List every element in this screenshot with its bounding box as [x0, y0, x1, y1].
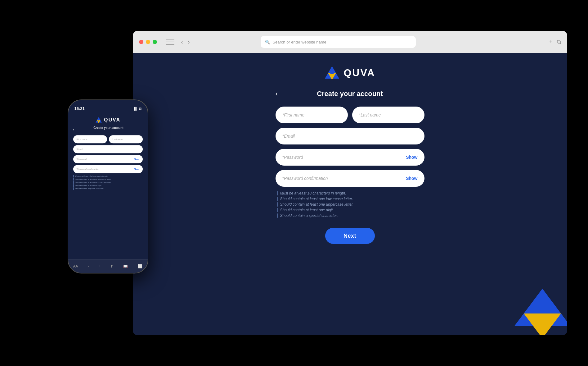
phone-form-header: ‹ Create your account [73, 126, 143, 133]
phone-email-placeholder: *Email [76, 148, 83, 150]
phone-time: 15:21 [74, 106, 85, 111]
password-input[interactable] [282, 155, 406, 160]
phone-logo-icon [95, 117, 102, 123]
back-arrow-button[interactable]: ‹ [276, 90, 278, 98]
first-name-input[interactable] [276, 107, 348, 123]
phone-status-bar: 15:21 ▐▌ ⊡ [68, 100, 148, 114]
password-rules: Must be at least 10 characters in length… [276, 191, 424, 219]
close-button[interactable] [139, 40, 143, 44]
phone-logo: QUVA [95, 117, 120, 123]
minimize-button[interactable] [146, 40, 150, 44]
next-button[interactable]: Next [325, 228, 375, 244]
address-bar-text: Search or enter website name [272, 40, 326, 44]
phone-password-confirm-input[interactable]: *Password confirmation Show [73, 165, 143, 173]
phone-password-placeholder: *Password [76, 158, 87, 160]
phone-form-title: Create your account [74, 126, 143, 130]
phone-bookmarks-btn[interactable]: 📖 [123, 264, 128, 268]
phone-password-input[interactable]: *Password Show [73, 155, 143, 163]
phone-first-name-placeholder: *First name [76, 138, 88, 140]
browser-actions: + ⧉ [549, 39, 561, 45]
phone-toolbar: AA ‹ › ⬆ 📖 ⬜ [68, 259, 148, 273]
phone-last-name-placeholder: *Last name [112, 138, 123, 140]
phone-tabs-btn[interactable]: ⬜ [138, 264, 142, 268]
phone-password-show[interactable]: Show [134, 158, 140, 160]
rule-uppercase: Should contain at least one uppercase le… [277, 202, 424, 207]
windows-button[interactable]: ⧉ [557, 39, 561, 45]
rule-bar [277, 191, 278, 195]
phone-share-btn[interactable]: ⬆ [110, 264, 113, 268]
browser-content: QUVA ‹ Create your account [133, 53, 567, 335]
phone-aa-label: AA [73, 264, 78, 268]
nav-arrows: ‹ › [179, 38, 192, 46]
logo-area: QUVA [324, 66, 375, 80]
rule-bar [277, 197, 278, 201]
password-confirm-input[interactable] [282, 176, 406, 181]
password-field-wrapper: Show [276, 149, 424, 166]
logo-icon [324, 66, 340, 80]
phone-password-rules: Must be at least 10 characters in length… [73, 175, 143, 190]
form-header: ‹ Create your account [276, 90, 424, 98]
password-confirm-show-button[interactable]: Show [406, 176, 417, 181]
phone-forward-btn[interactable]: › [99, 264, 100, 268]
phone-first-name-input[interactable]: *First name [73, 135, 107, 143]
phone-mockup: 15:21 ▐▌ ⊡ QUVA ‹ Creat [68, 99, 148, 273]
phone-last-name-input[interactable]: *Last name [109, 135, 143, 143]
search-icon: 🔍 [265, 40, 270, 44]
new-tab-button[interactable]: + [549, 39, 553, 45]
rule-bar [277, 202, 278, 207]
rule-bar [277, 213, 278, 218]
traffic-lights [139, 40, 157, 44]
browser-chrome: ‹ › 🔍 Search or enter website name + ⧉ [133, 31, 567, 53]
rule-special: Should contain a special character. [277, 213, 424, 218]
address-bar[interactable]: 🔍 Search or enter website name [261, 36, 416, 48]
forward-nav-button[interactable]: › [186, 38, 192, 46]
back-nav-button[interactable]: ‹ [179, 38, 185, 46]
phone-password-confirm-placeholder: *Password confirmation [76, 168, 99, 170]
password-show-button[interactable]: Show [406, 155, 417, 160]
phone-back-btn[interactable]: ‹ [88, 264, 89, 268]
sidebar-toggle[interactable] [166, 39, 174, 45]
rule-lowercase: Should contain at least one lowercase le… [277, 197, 424, 201]
rule-uppercase-text: Should contain at least one uppercase le… [280, 202, 354, 207]
phone-content: QUVA ‹ Create your account *First name *… [68, 114, 148, 259]
phone-status-icons: ▐▌ ⊡ [133, 107, 141, 110]
rule-lowercase-text: Should contain at least one lowercase le… [280, 197, 353, 201]
rule-length: Must be at least 10 characters in length… [277, 191, 424, 195]
rule-digit-text: Should contain at least one digit. [280, 208, 334, 212]
form-title: Create your account [276, 90, 424, 98]
rule-digit: Should contain at least one digit. [277, 208, 424, 212]
corner-decoration [514, 289, 567, 335]
name-row [276, 107, 424, 123]
phone-email-input[interactable]: *Email [73, 145, 143, 153]
password-confirm-field-wrapper: Show [276, 170, 424, 187]
fullscreen-button[interactable] [153, 40, 157, 44]
phone-password-confirm-show[interactable]: Show [134, 168, 140, 170]
email-input[interactable] [276, 128, 424, 144]
phone-logo-text: QUVA [104, 117, 120, 123]
form-container: ‹ Create your account Show [276, 90, 424, 244]
last-name-input[interactable] [352, 107, 424, 123]
rule-length-text: Must be at least 10 characters in length… [280, 191, 346, 195]
browser-window: ‹ › 🔍 Search or enter website name + ⧉ Q… [133, 31, 567, 335]
logo-text: QUVA [343, 67, 375, 79]
rule-bar [277, 208, 278, 212]
phone-name-row: *First name *Last name [73, 135, 143, 143]
rule-special-text: Should contain a special character. [280, 213, 338, 218]
